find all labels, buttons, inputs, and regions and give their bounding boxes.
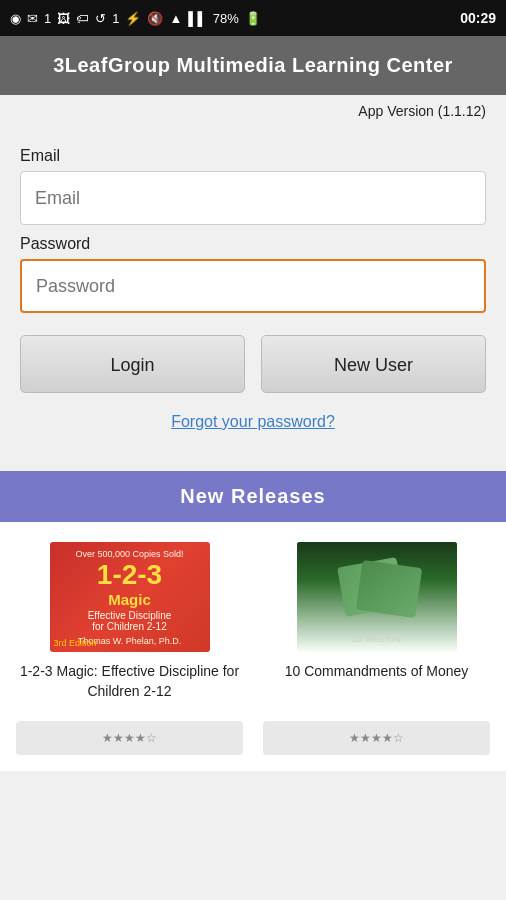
- new-releases-banner: New Releases: [0, 471, 506, 522]
- app-header: 3LeafGroup Multimedia Learning Center: [0, 36, 506, 95]
- number1-badge2: 1: [112, 11, 119, 26]
- email-input[interactable]: [20, 171, 486, 225]
- refresh-icon: ↺: [95, 11, 106, 26]
- signal-icon: ▌▌: [188, 11, 206, 26]
- wifi-icon: ▲: [169, 11, 182, 26]
- image-icon: 🖼: [57, 11, 70, 26]
- book-subtitle: Effective Disciplinefor Children 2-12: [88, 610, 172, 632]
- new-user-button[interactable]: New User: [261, 335, 486, 393]
- book-number: 1-2-3: [97, 559, 162, 591]
- book-cover-money: LIZ WESTON: [297, 542, 457, 652]
- clock: 00:29: [460, 10, 496, 26]
- login-button[interactable]: Login: [20, 335, 245, 393]
- number1-badge: 1: [44, 11, 51, 26]
- status-bar: ◉ ✉ 1 🖼 🏷 ↺ 1 ⚡ 🔇 ▲ ▌▌ 78% 🔋 00:29: [0, 0, 506, 36]
- email-label: Email: [20, 147, 486, 165]
- books-grid: Over 500,000 Copies Sold! 1-2-3 Magic Ef…: [0, 522, 506, 721]
- battery-icon: 🔋: [245, 11, 261, 26]
- bluetooth-icon: ⚡: [125, 11, 141, 26]
- book-cover-123magic: Over 500,000 Copies Sold! 1-2-3 Magic Ef…: [50, 542, 210, 652]
- circle-icon: ◉: [10, 11, 21, 26]
- rating-1[interactable]: ★★★★☆: [16, 721, 243, 755]
- forgot-password-link[interactable]: Forgot your password?: [20, 413, 486, 451]
- book-item-2[interactable]: LIZ WESTON 10 Commandments of Money: [263, 542, 490, 701]
- book-title-2: 10 Commandments of Money: [285, 662, 469, 682]
- author-money: LIZ WESTON: [297, 635, 457, 644]
- status-icons: ◉ ✉ 1 🖼 🏷 ↺ 1 ⚡ 🔇 ▲ ▌▌ 78% 🔋: [10, 11, 261, 26]
- bookmark-icon: 🏷: [76, 11, 89, 26]
- book-cover-2: LIZ WESTON: [297, 542, 457, 652]
- book-title-1: 1-2-3 Magic: Effective Discipline for Ch…: [16, 662, 243, 701]
- login-form: Email Password Login New User Forgot you…: [0, 127, 506, 471]
- book-cover-1: Over 500,000 Copies Sold! 1-2-3 Magic Ef…: [50, 542, 210, 652]
- mute-icon: 🔇: [147, 11, 163, 26]
- app-version: App Version (1.1.12): [0, 95, 506, 127]
- action-buttons: Login New User: [20, 335, 486, 393]
- password-label: Password: [20, 235, 486, 253]
- book-item-1[interactable]: Over 500,000 Copies Sold! 1-2-3 Magic Ef…: [16, 542, 243, 701]
- rating-2[interactable]: ★★★★☆: [263, 721, 490, 755]
- copies-sold: Over 500,000 Copies Sold!: [75, 549, 183, 559]
- edition-text: 3rd Edition: [54, 638, 97, 648]
- rating-row: ★★★★☆ ★★★★☆: [0, 721, 506, 771]
- password-input[interactable]: [20, 259, 486, 313]
- magic-text: Magic: [108, 591, 151, 608]
- app-title: 3LeafGroup Multimedia Learning Center: [53, 54, 453, 76]
- bill-front: [355, 560, 421, 618]
- email-icon: ✉: [27, 11, 38, 26]
- battery-percent: 78%: [213, 11, 239, 26]
